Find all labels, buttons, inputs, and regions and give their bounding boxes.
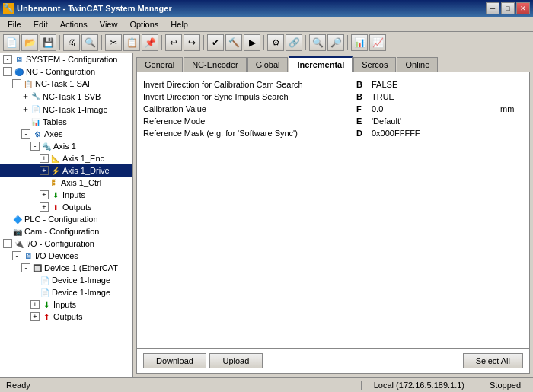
tab-incremental[interactable]: Incremental — [289, 56, 353, 72]
inputs-label: Inputs — [62, 190, 85, 199]
expand-saf[interactable]: - — [12, 79, 21, 88]
tree-item-io[interactable]: - 🔌 I/O - Configuration — [0, 237, 132, 250]
tree-item-axes[interactable]: - ⚙ Axes — [0, 128, 132, 140]
tree-item-axis1[interactable]: - 🔩 Axis 1 — [0, 140, 132, 152]
download-button[interactable]: Download — [143, 353, 206, 368]
tree-item-dev-outputs[interactable]: + ⬆ Outputs — [0, 311, 132, 323]
tab-nc-encoder[interactable]: NC-Encoder — [184, 57, 247, 72]
expand-system[interactable]: - — [3, 55, 12, 64]
menu-options[interactable]: Options — [123, 18, 164, 30]
copy-button[interactable]: 📋 — [123, 34, 140, 51]
redo-button[interactable]: ↪ — [184, 34, 200, 51]
open-button[interactable]: 📂 — [21, 34, 38, 51]
check-button[interactable]: ✔ — [207, 34, 224, 51]
undo-button[interactable]: ↩ — [165, 34, 182, 51]
select-all-button[interactable]: Select All — [463, 353, 523, 368]
config-button[interactable]: ⚙ — [267, 34, 284, 51]
build-button[interactable]: 🔨 — [225, 34, 242, 51]
menu-file[interactable]: File — [2, 18, 27, 30]
print-button[interactable]: 🖨 — [63, 34, 80, 51]
io-devices-label: I/O Devices — [35, 251, 78, 260]
tree-item-axis1-ctrl[interactable]: 🎛 Axis 1_Ctrl — [0, 177, 132, 189]
save-button[interactable]: 💾 — [40, 34, 56, 51]
io-devices-icon: 🖥 — [23, 250, 34, 261]
prop-value-0[interactable]: FALSE — [372, 80, 500, 89]
paste-button[interactable]: 📌 — [142, 34, 158, 51]
prop-value-2[interactable]: 0.0 — [372, 104, 500, 113]
tree-item-nc-svb[interactable]: ＋ 🔧 NC-Task 1 SVB — [0, 90, 132, 103]
menu-edit[interactable]: Edit — [27, 18, 54, 30]
prop-value-4[interactable]: 0x000FFFFF — [372, 129, 500, 138]
tree-item-device1[interactable]: - 🔲 Device 1 (EtherCAT — [0, 262, 132, 274]
menu-view[interactable]: View — [94, 18, 124, 30]
tree-item-cam[interactable]: 📷 Cam - Configuration — [0, 225, 132, 237]
expand-inputs[interactable]: + — [40, 190, 49, 199]
tree-item-nc[interactable]: - 🔵 NC - Configuration — [0, 65, 132, 78]
tab-global[interactable]: Global — [247, 57, 289, 72]
search-button[interactable]: 🔍 — [309, 34, 326, 51]
drive-icon: ⚡ — [50, 165, 61, 176]
tree-item-io-devices[interactable]: - 🖥 I/O Devices — [0, 250, 132, 262]
tab-online[interactable]: Online — [397, 57, 438, 72]
expand-axis1-enc[interactable]: + — [40, 154, 49, 163]
nc-icon: 🔵 — [14, 66, 24, 77]
main-area: - 🖥 SYSTEM - Configuration - 🔵 NC - Conf… — [0, 53, 533, 377]
prop-name-2: Calibration Value — [143, 104, 356, 113]
restore-button[interactable]: □ — [501, 2, 515, 14]
dev1-img1-label: Device 1-Image — [52, 276, 110, 285]
tab-sercos[interactable]: Sercos — [353, 57, 396, 72]
menu-bar: File Edit Actions View Options Help — [0, 17, 533, 32]
tree-item-device1-img1[interactable]: 📄 Device 1-Image — [0, 274, 132, 286]
nc-img-icon: 📄 — [30, 104, 41, 115]
tree-item-inputs[interactable]: + ⬇ Inputs — [0, 189, 132, 201]
tab-general[interactable]: General — [136, 57, 183, 72]
tree-panel: - 🖥 SYSTEM - Configuration - 🔵 NC - Conf… — [0, 53, 133, 377]
extra1-button[interactable]: 📊 — [351, 34, 368, 51]
tree-item-tables[interactable]: 📊 Tables — [0, 116, 132, 128]
tree-item-axis1-enc[interactable]: + 📐 Axis 1_Enc — [0, 152, 132, 164]
status-bar: Ready Local (172.16.5.189.1.1) Stopped — [0, 377, 533, 392]
tree-item-dev-inputs[interactable]: + ⬇ Inputs — [0, 298, 132, 311]
expand-outputs[interactable]: + — [40, 202, 49, 212]
prop-value-3[interactable]: 'Default' — [372, 116, 500, 126]
expand-axis1-drive[interactable]: + — [40, 166, 49, 175]
connect-button[interactable]: 🔗 — [286, 34, 302, 51]
expand-device1[interactable]: - — [21, 263, 30, 272]
expand-axes[interactable]: - — [21, 129, 30, 139]
tree-item-device1-img2[interactable]: 📄 Device 1-Image — [0, 286, 132, 298]
cut-button[interactable]: ✂ — [105, 34, 122, 51]
zoom-button[interactable]: 🔎 — [327, 34, 344, 51]
title-bar-text: 🔧 Unbenannt - TwinCAT System Manager — [3, 3, 172, 14]
tree-item-outputs[interactable]: + ⬆ Outputs — [0, 201, 132, 213]
new-button[interactable]: 📄 — [3, 34, 20, 51]
close-button[interactable]: ✕ — [516, 2, 530, 14]
tables-icon: 📊 — [30, 116, 41, 127]
enc-label: Axis 1_Enc — [62, 154, 104, 163]
tree-item-nc-img[interactable]: ＋ 📄 NC-Task 1-Image — [0, 103, 132, 116]
saf-label: NC-Task 1 SAF — [35, 79, 93, 88]
cam-icon: 📷 — [12, 226, 23, 237]
menu-actions[interactable]: Actions — [54, 18, 94, 30]
expand-dev-outputs[interactable]: + — [30, 312, 40, 321]
toolbar-sep-5 — [263, 35, 264, 50]
tree-item-nc-saf[interactable]: - 📋 NC-Task 1 SAF — [0, 78, 132, 90]
expand-nc[interactable]: - — [3, 67, 12, 76]
prop-value-1[interactable]: TRUE — [372, 92, 500, 101]
prop-type-0: B — [356, 80, 372, 89]
upload-button[interactable]: Upload — [209, 353, 263, 368]
expand-dev-inputs[interactable]: + — [30, 300, 40, 309]
expand-io[interactable]: - — [3, 239, 12, 248]
preview-button[interactable]: 🔍 — [81, 34, 98, 51]
tree-item-plc[interactable]: 🔷 PLC - Configuration — [0, 213, 132, 225]
expand-axis1[interactable]: - — [30, 142, 40, 151]
expand-io-devices[interactable]: - — [12, 251, 21, 260]
menu-help[interactable]: Help — [164, 18, 194, 30]
run-button[interactable]: ▶ — [244, 34, 260, 51]
content-area: Invert Direction for Calibration Cam Sea… — [136, 72, 530, 374]
inputs-icon: ⬇ — [50, 190, 61, 200]
tree-item-system[interactable]: - 🖥 SYSTEM - Configuration — [0, 53, 132, 65]
tree-item-axis1-drive[interactable]: + ⚡ Axis 1_Drive — [0, 164, 132, 177]
extra2-button[interactable]: 📈 — [369, 34, 386, 51]
prop-name-0: Invert Direction for Calibration Cam Sea… — [143, 80, 356, 89]
minimize-button[interactable]: ─ — [486, 2, 499, 14]
